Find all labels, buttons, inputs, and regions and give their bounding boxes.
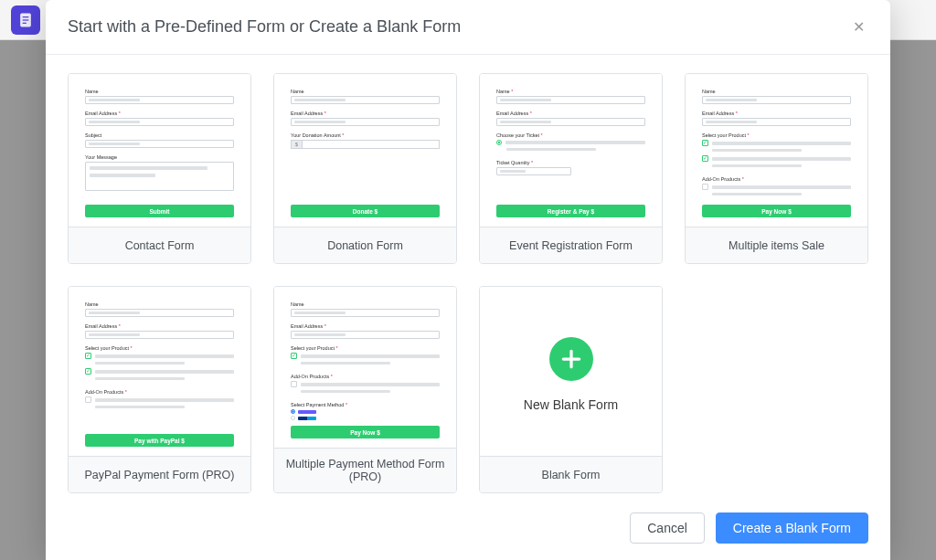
mini-field-label: Subject bbox=[85, 132, 234, 138]
mini-field-label: Choose your Ticket bbox=[496, 132, 645, 138]
template-preview: Name Email Address Subject Your Message … bbox=[69, 74, 250, 227]
template-title: Donation Form bbox=[274, 227, 456, 263]
mini-submit-button: Pay Now $ bbox=[291, 426, 440, 438]
mini-field-label: Add-On Products bbox=[85, 389, 234, 395]
mini-input bbox=[496, 96, 645, 104]
mini-field-label: Select your Product bbox=[702, 132, 851, 138]
modal-footer: Cancel Create a Blank Form bbox=[46, 500, 890, 560]
plus-icon bbox=[549, 337, 593, 381]
template-picker-modal: Start with a Pre-Defined Form or Create … bbox=[46, 0, 890, 560]
checkbox-icon bbox=[702, 155, 708, 162]
template-title: Contact Form bbox=[69, 227, 250, 263]
template-preview: Name Email Address Select your Product A… bbox=[274, 287, 456, 448]
mini-money-input: $ bbox=[291, 140, 440, 149]
checkbox-icon bbox=[702, 184, 708, 190]
app-logo bbox=[11, 5, 40, 35]
mini-field-label: Name bbox=[291, 89, 440, 94]
template-card-multiple-items-sale[interactable]: Name Email Address Select your Product A… bbox=[685, 73, 868, 264]
checkbox-icon bbox=[85, 368, 91, 375]
checkbox-icon bbox=[291, 353, 297, 359]
mini-field-label: Ticket Quantity bbox=[496, 160, 645, 165]
radio-icon bbox=[291, 409, 295, 414]
template-card-donation[interactable]: Name Email Address Your Donation Amount … bbox=[273, 73, 457, 264]
mini-field-label: Name bbox=[291, 301, 440, 307]
mini-input bbox=[496, 167, 571, 175]
mini-field-label: Select Payment Method bbox=[291, 402, 440, 407]
mini-submit-button: Pay Now $ bbox=[702, 205, 851, 217]
modal-title: Start with a Pre-Defined Form or Create … bbox=[68, 17, 461, 37]
mini-input bbox=[702, 118, 851, 126]
paypal-logo bbox=[298, 417, 316, 420]
checkbox-icon bbox=[85, 353, 91, 359]
mini-field-label: Email Address bbox=[702, 111, 851, 116]
mini-field-label: Name bbox=[85, 301, 234, 307]
template-card-contact[interactable]: Name Email Address Subject Your Message … bbox=[68, 73, 251, 264]
mini-submit-button: Pay with PayPal $ bbox=[85, 434, 234, 447]
template-card-event-registration[interactable]: Name Email Address Choose your Ticket Ti… bbox=[479, 73, 663, 264]
mini-field-label: Select your Product bbox=[85, 345, 234, 351]
mini-submit-button: Submit bbox=[85, 205, 234, 217]
mini-field-label: Your Donation Amount bbox=[291, 132, 440, 138]
stripe-logo bbox=[298, 410, 316, 414]
template-title: Event Registration Form bbox=[480, 227, 662, 263]
mini-input bbox=[702, 96, 851, 104]
mini-field-label: Your Message bbox=[85, 154, 234, 160]
checkbox-icon bbox=[291, 381, 297, 387]
mini-input bbox=[85, 331, 234, 339]
mini-field-label: Email Address bbox=[291, 111, 440, 116]
cancel-button[interactable]: Cancel bbox=[630, 512, 705, 544]
mini-input bbox=[496, 118, 645, 126]
mini-input bbox=[291, 96, 440, 104]
close-icon[interactable]: ✕ bbox=[849, 15, 868, 39]
mini-field-label: Name bbox=[496, 89, 645, 94]
radio-icon bbox=[291, 416, 295, 420]
mini-input bbox=[85, 309, 234, 317]
template-preview: New Blank Form bbox=[480, 287, 662, 456]
checkbox-icon bbox=[702, 140, 708, 146]
mini-input bbox=[85, 96, 234, 104]
mini-input bbox=[291, 331, 440, 339]
mini-field-label: Email Address bbox=[85, 323, 234, 329]
mini-input bbox=[85, 140, 234, 148]
mini-field-label: Add-On Products bbox=[702, 176, 851, 182]
template-card-paypal-payment-pro[interactable]: Name Email Address Select your Product A… bbox=[68, 286, 251, 493]
currency-symbol: $ bbox=[291, 140, 302, 149]
mini-textarea bbox=[85, 162, 234, 191]
mini-field-label: Select your Product bbox=[291, 345, 440, 351]
mini-input bbox=[291, 309, 440, 317]
mini-submit-button: Donate $ bbox=[291, 205, 440, 217]
template-title: Multiple Payment Method Form (PRO) bbox=[274, 448, 456, 492]
template-grid: Name Email Address Subject Your Message … bbox=[68, 73, 868, 493]
create-blank-form-button[interactable]: Create a Blank Form bbox=[716, 512, 868, 544]
mini-field-label: Add-On Products bbox=[291, 374, 440, 379]
mini-field-label: Email Address bbox=[291, 323, 440, 329]
template-title: Blank Form bbox=[480, 456, 662, 492]
template-card-multiple-payment-method-pro[interactable]: Name Email Address Select your Product A… bbox=[273, 286, 457, 493]
mini-field-label: Email Address bbox=[85, 111, 234, 116]
mini-input bbox=[302, 140, 440, 149]
template-preview: Name Email Address Choose your Ticket Ti… bbox=[480, 74, 662, 227]
template-card-blank[interactable]: New Blank Form Blank Form bbox=[479, 286, 663, 493]
mini-input bbox=[85, 118, 234, 126]
template-preview: Name Email Address Select your Product A… bbox=[686, 74, 867, 227]
template-preview: Name Email Address Your Donation Amount … bbox=[274, 74, 456, 227]
mini-field-label: Name bbox=[85, 89, 234, 94]
checkbox-icon bbox=[85, 396, 91, 403]
template-preview: Name Email Address Select your Product A… bbox=[69, 287, 250, 456]
radio-icon bbox=[496, 140, 502, 145]
template-title: Multiple items Sale bbox=[686, 227, 867, 263]
mini-field-label: Email Address bbox=[496, 111, 645, 116]
modal-body: Name Email Address Subject Your Message … bbox=[46, 55, 890, 500]
mini-field-label: Name bbox=[702, 89, 851, 94]
template-title: PayPal Payment Form (PRO) bbox=[69, 456, 250, 492]
mini-input bbox=[291, 118, 440, 126]
blank-form-label: New Blank Form bbox=[524, 397, 618, 412]
modal-header: Start with a Pre-Defined Form or Create … bbox=[46, 0, 890, 55]
mini-submit-button: Register & Pay $ bbox=[496, 205, 645, 217]
